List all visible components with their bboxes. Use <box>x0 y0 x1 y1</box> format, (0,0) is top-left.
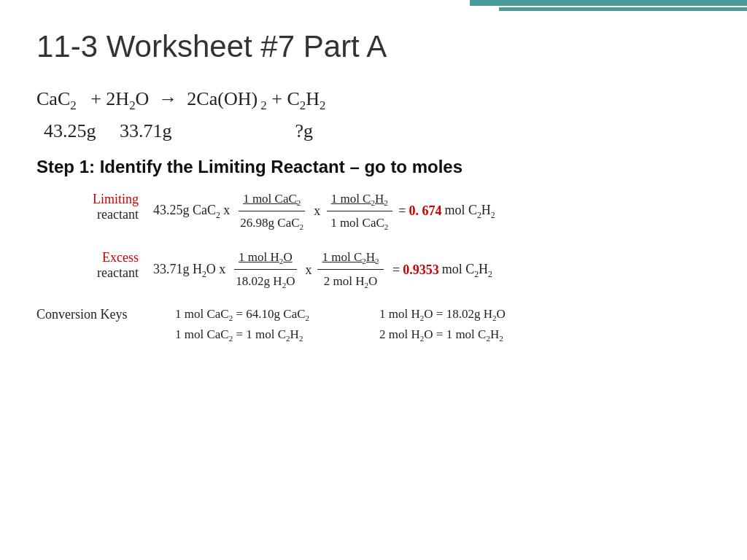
top-bar-1 <box>470 0 747 6</box>
limiting-equals: = <box>398 200 406 222</box>
limiting-calculation: 43.25g CaC2 x 1 mol CaC2 26.98g CaC2 x 1… <box>153 189 711 234</box>
page-title: 11-3 Worksheet #7 Part A <box>36 29 711 64</box>
chemical-equation: CaC2 + 2H2O → 2Ca(OH) 2 + C2H2 <box>36 85 711 115</box>
conv-key-4: 2 mol H2O = 1 mol C2H2 <box>379 327 540 343</box>
conversion-row-1: 1 mol CaC2 = 64.10g CaC2 1 mol H2O = 18.… <box>175 307 540 322</box>
limiting-result: 0. 674 <box>409 200 441 222</box>
given-h2o: 33.71g <box>120 120 172 141</box>
excess-label: Excess reactant <box>36 247 139 281</box>
limiting-reactant-row: Limiting reactant 43.25g CaC2 x 1 mol Ca… <box>36 189 711 234</box>
limiting-label: Limiting reactant <box>36 189 139 222</box>
equation-section: CaC2 + 2H2O → 2Ca(OH) 2 + C2H2 43.25g 33… <box>36 85 711 145</box>
conversion-section: Conversion Keys 1 mol CaC2 = 64.10g CaC2… <box>36 307 711 347</box>
equation-text: CaC2 + 2H2O → 2Ca(OH) 2 + C2H2 <box>36 85 326 115</box>
given-amounts: 43.25g 33.71g ?g <box>44 117 711 145</box>
excess-fraction2: 1 mol C2H2 2 mol H2O <box>317 247 383 292</box>
excess-unit: mol C2H2 <box>442 258 492 281</box>
excess-calc-start: 33.71g H2O x <box>153 258 225 281</box>
limiting-calc-start: 43.25g CaC2 x <box>153 199 230 222</box>
excess-equals: = <box>390 259 400 281</box>
limiting-label-line2: reactant <box>97 207 139 222</box>
conv-key-3: 1 mol CaC2 = 1 mol C2H2 <box>175 327 336 343</box>
excess-reactant-row: Excess reactant 33.71g H2O x 1 mol H2O 1… <box>36 247 711 292</box>
conv-key-2: 1 mol H2O = 18.02g H2O <box>379 307 540 322</box>
limiting-x2: x <box>314 200 320 222</box>
decorative-bars <box>455 0 747 13</box>
given-cac2: 43.25g <box>44 120 96 141</box>
limiting-fraction2: 1 mol C2H2 1 mol CaC2 <box>326 189 392 234</box>
excess-label-line1: Excess <box>102 250 139 265</box>
top-bar-2 <box>499 7 747 11</box>
step1-heading: Step 1: Identify the Limiting Reactant –… <box>36 157 711 177</box>
excess-calculation: 33.71g H2O x 1 mol H2O 18.02g H2O x 1 mo… <box>153 247 711 292</box>
excess-fraction1: 1 mol H2O 18.02g H2O <box>231 247 299 292</box>
excess-label-line2: reactant <box>97 265 139 280</box>
conversion-grid: 1 mol CaC2 = 64.10g CaC2 1 mol H2O = 18.… <box>175 307 540 347</box>
limiting-fraction1: 1 mol CaC2 26.98g CaC2 <box>236 189 308 234</box>
conversion-row-2: 1 mol CaC2 = 1 mol C2H2 2 mol H2O = 1 mo… <box>175 327 540 343</box>
conv-key-1: 1 mol CaC2 = 64.10g CaC2 <box>175 307 336 322</box>
excess-x2: x <box>305 259 311 281</box>
limiting-unit: mol C2H2 <box>444 199 495 222</box>
unknown-amount: ?g <box>295 120 314 141</box>
excess-result: 0.9353 <box>403 259 439 281</box>
limiting-label-line1: Limiting <box>93 192 139 206</box>
conversion-label: Conversion Keys <box>36 307 168 322</box>
calculations-section: Limiting reactant 43.25g CaC2 x 1 mol Ca… <box>36 189 711 293</box>
